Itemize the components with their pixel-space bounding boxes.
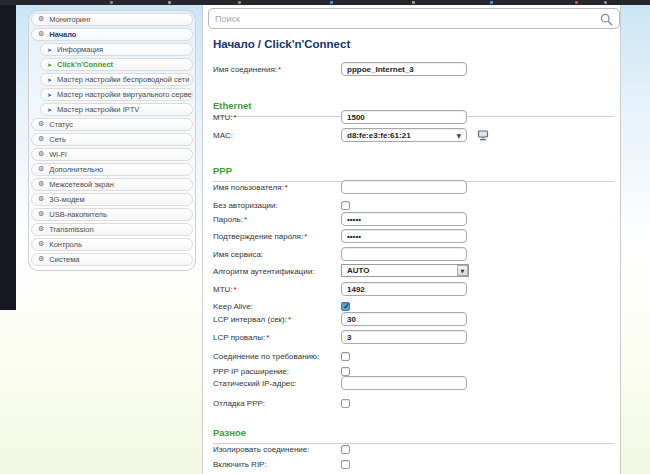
- arrow-icon: ➤: [47, 73, 52, 86]
- mac-select[interactable]: d8:fe:e3:fe:61:21 ▼: [341, 128, 467, 142]
- field-row: Отладка PPP:: [213, 396, 612, 412]
- field-label: Отладка PPP:: [213, 399, 265, 408]
- service-name-input[interactable]: [341, 247, 467, 261]
- section-header-ppp: PPP: [213, 160, 614, 182]
- keep-alive-checkbox[interactable]: [341, 302, 350, 311]
- sidebar-item-wizard-virtual-server[interactable]: ➤ Мастер настройки виртуального сервера: [40, 88, 193, 101]
- sidebar-item-label: Мастер настройки IPTV: [57, 105, 139, 114]
- breadcrumb: Начало / Click'n'Connect: [213, 38, 350, 50]
- chevron-down-icon: ▼: [456, 132, 461, 139]
- lcp-fails-input[interactable]: [341, 330, 467, 344]
- sidebar-item-label: Начало: [49, 30, 76, 39]
- gear-icon: ⚙: [38, 133, 44, 146]
- sidebar-item-label: Система: [49, 255, 79, 264]
- sidebar-item-control[interactable]: ⚙ Контроль: [31, 238, 193, 251]
- search-box: [208, 8, 620, 29]
- field-label: LCP провалы:*: [213, 333, 269, 342]
- chrome-fragment: [238, 1, 241, 4]
- sidebar-item-wifi[interactable]: ⚙ Wi-Fi: [31, 148, 193, 161]
- field-row: Подтверждение пароля:*: [213, 229, 612, 245]
- sidebar-item-network[interactable]: ⚙ Сеть: [31, 133, 193, 146]
- sidebar-item-home[interactable]: ⚙ Начало: [31, 28, 193, 41]
- password-input[interactable]: [341, 212, 467, 226]
- dial-on-demand-checkbox[interactable]: [341, 352, 350, 361]
- gear-icon: ⚙: [38, 193, 44, 206]
- ppp-debug-checkbox[interactable]: [341, 399, 350, 408]
- field-row: Статический IP-адрес:: [213, 376, 612, 392]
- sidebar-item-system[interactable]: ⚙ Система: [31, 253, 193, 266]
- gear-icon: ⚙: [38, 28, 44, 41]
- no-auth-checkbox[interactable]: [341, 201, 350, 210]
- auth-algorithm-select[interactable]: AUTO ▼: [341, 264, 469, 277]
- lcp-interval-input[interactable]: [341, 312, 467, 326]
- sidebar-item-label: Дополнительно: [49, 165, 103, 174]
- sidebar-menu: ⚙ Мониторинг ⚙ Начало ➤ Информация ➤ Cli…: [28, 10, 196, 271]
- sidebar-item-label: Мастер настройки виртуального сервера: [57, 90, 193, 99]
- gear-icon: ⚙: [38, 253, 44, 266]
- sidebar-item-transmission[interactable]: ⚙ Transmission: [31, 223, 193, 236]
- field-label: Соединение по требованию:: [213, 352, 319, 361]
- sidebar-item-3g-modem[interactable]: ⚙ 3G-модем: [31, 193, 193, 206]
- username-input[interactable]: [341, 180, 467, 194]
- static-ip-input[interactable]: [341, 376, 467, 390]
- field-label: Имя сервиса:: [213, 250, 263, 259]
- chrome-fragment: [490, 1, 493, 4]
- password-confirm-input[interactable]: [341, 229, 467, 243]
- isolate-connection-checkbox[interactable]: [341, 445, 350, 454]
- field-row: Имя сервиса:: [213, 247, 612, 263]
- sidebar-item-information[interactable]: ➤ Информация: [40, 43, 193, 56]
- sidebar-item-label: Статус: [49, 120, 73, 129]
- field-label: Без авторизации:: [213, 201, 278, 210]
- field-label: Пароль:*: [213, 215, 247, 224]
- field-row: MTU:*: [213, 282, 612, 298]
- sidebar-item-firewall[interactable]: ⚙ Межсетевой экран: [31, 178, 193, 191]
- field-row: Пароль:*: [213, 212, 612, 228]
- field-label: Включить RIP:: [213, 460, 267, 469]
- field-label: MAC:: [213, 131, 233, 140]
- sidebar-item-label: USB-накопитель: [49, 210, 107, 219]
- ppp-ip-extension-checkbox[interactable]: [341, 367, 350, 376]
- sidebar-item-advanced[interactable]: ⚙ Дополнительно: [31, 163, 193, 176]
- router-admin-page: ⚙ Мониторинг ⚙ Начало ➤ Информация ➤ Cli…: [0, 0, 650, 474]
- gear-icon: ⚙: [38, 208, 44, 221]
- chrome-fragment: [575, 1, 578, 4]
- sidebar-item-usb-storage[interactable]: ⚙ USB-накопитель: [31, 208, 193, 221]
- field-row: Имя пользователя:*: [213, 180, 612, 196]
- sidebar-item-label: Мониторинг: [49, 15, 91, 24]
- sidebar-item-wizard-wireless[interactable]: ➤ Мастер настройки беспроводной сети: [40, 73, 193, 86]
- field-label: MTU:*: [213, 113, 237, 122]
- sidebar-item-label: Transmission: [49, 225, 93, 234]
- field-row: LCP интервал (сек):*: [213, 312, 612, 328]
- arrow-icon: ➤: [47, 58, 52, 71]
- main-content-panel: Начало / Click'n'Connect Имя соединения:…: [202, 5, 621, 474]
- chrome-fragment: [168, 1, 171, 4]
- chrome-fragment: [604, 1, 607, 4]
- enable-rip-checkbox[interactable]: [341, 460, 350, 469]
- sidebar-item-status[interactable]: ⚙ Статус: [31, 118, 193, 131]
- clone-mac-icon[interactable]: [477, 130, 489, 141]
- left-dark-strip: [0, 5, 16, 310]
- field-label: Подтверждение пароля:*: [213, 232, 307, 241]
- sidebar-item-wizard-iptv[interactable]: ➤ Мастер настройки IPTV: [40, 103, 193, 116]
- field-label: Изолировать соединение:: [213, 445, 310, 454]
- field-row: Соединение по требованию:: [213, 349, 612, 365]
- chrome-fragment: [330, 1, 333, 4]
- arrow-icon: ➤: [47, 43, 52, 56]
- ethernet-mtu-input[interactable]: [341, 110, 467, 124]
- ppp-mtu-input[interactable]: [341, 282, 467, 296]
- gear-icon: ⚙: [38, 223, 44, 236]
- connection-name-input[interactable]: [341, 62, 467, 76]
- sidebar-item-monitoring[interactable]: ⚙ Мониторинг: [31, 13, 193, 26]
- field-label: LCP интервал (сек):*: [213, 315, 291, 324]
- sidebar-item-label: Click'n'Connect: [57, 60, 113, 69]
- field-label: Keep Alive:: [213, 302, 253, 311]
- sidebar-item-label: Информация: [57, 45, 103, 54]
- search-input[interactable]: [215, 9, 595, 28]
- field-row: Имя соединения:*: [213, 62, 612, 78]
- chrome-fragment: [412, 1, 415, 4]
- sidebar-item-clicknconnect[interactable]: ➤ Click'n'Connect: [40, 58, 193, 71]
- sidebar-item-label: Wi-Fi: [49, 150, 67, 159]
- search-icon[interactable]: [600, 13, 613, 26]
- field-row: MAC: d8:fe:e3:fe:61:21 ▼: [213, 128, 612, 144]
- sidebar-item-label: 3G-модем: [49, 195, 84, 204]
